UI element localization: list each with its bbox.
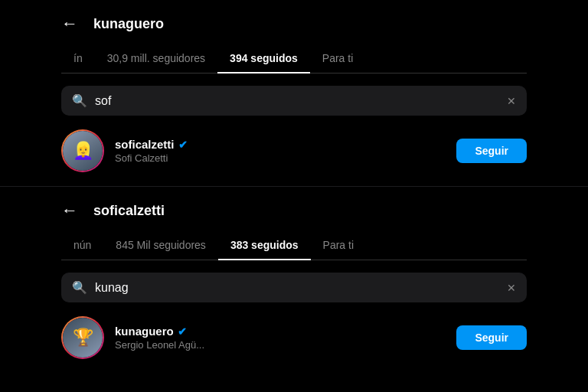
- tab-bottom-1[interactable]: 845 Mil seguidores: [103, 231, 218, 260]
- bottom-avatar-image: 🏆: [63, 318, 103, 358]
- bottom-result-handle-row: kunaguero ✔: [115, 325, 446, 338]
- top-result-handle: soficalzetti: [115, 138, 175, 151]
- tab-top-seguidos[interactable]: 394 seguidos: [217, 44, 310, 74]
- top-result-avatar[interactable]: 👱‍♀️: [61, 129, 104, 172]
- top-result-row: 👱‍♀️ soficalzetti ✔ Sofi Calzetti Seguir: [61, 129, 527, 172]
- top-search-icon: 🔍: [72, 93, 87, 108]
- top-back-button[interactable]: ←: [61, 14, 78, 34]
- top-result-info: soficalzetti ✔ Sofi Calzetti: [115, 138, 446, 164]
- top-panel: ← kunaguero ín 30,9 mill. seguidores 394…: [0, 0, 588, 186]
- bottom-search-clear[interactable]: ✕: [507, 282, 516, 294]
- top-follow-button[interactable]: Seguir: [456, 139, 527, 163]
- top-header: ← kunaguero: [61, 14, 527, 34]
- top-result-handle-row: soficalzetti ✔: [115, 138, 446, 151]
- top-result-display-name: Sofi Calzetti: [115, 152, 446, 164]
- bottom-result-handle: kunaguero: [115, 325, 174, 338]
- top-verified-badge: ✔: [178, 139, 188, 151]
- bottom-panel: ← soficalzetti nún 845 Mil seguidores 38…: [0, 187, 588, 359]
- bottom-result-info: kunaguero ✔ Sergio Leonel Agü...: [115, 325, 446, 351]
- tab-bottom-0[interactable]: nún: [61, 231, 103, 260]
- bottom-search-input[interactable]: kunag: [95, 281, 499, 295]
- bottom-result-avatar[interactable]: 🏆: [61, 316, 104, 359]
- tab-top-1[interactable]: 30,9 mill. seguidores: [95, 44, 217, 73]
- tab-bottom-seguidos[interactable]: 383 seguidos: [218, 231, 311, 260]
- bottom-verified-badge: ✔: [178, 325, 187, 338]
- bottom-result-display-name: Sergio Leonel Agü...: [115, 339, 446, 351]
- tab-top-parati[interactable]: Para ti: [310, 44, 365, 73]
- tab-bottom-parati[interactable]: Para ti: [311, 231, 366, 260]
- top-username-title: kunaguero: [93, 16, 164, 32]
- top-search-bar[interactable]: 🔍 sof ✕: [61, 86, 527, 116]
- bottom-tabs: nún 845 Mil seguidores 383 seguidos Para…: [61, 231, 527, 260]
- top-tabs: ín 30,9 mill. seguidores 394 seguidos Pa…: [61, 44, 527, 74]
- bottom-search-bar[interactable]: 🔍 kunag ✕: [61, 273, 527, 302]
- bottom-username-title: soficalzetti: [93, 203, 165, 219]
- bottom-search-icon: 🔍: [72, 280, 87, 295]
- bottom-back-button[interactable]: ←: [61, 201, 78, 220]
- bottom-header: ← soficalzetti: [61, 201, 527, 220]
- bottom-result-row: 🏆 kunaguero ✔ Sergio Leonel Agü... Segui…: [61, 316, 527, 359]
- bottom-follow-button[interactable]: Seguir: [456, 325, 527, 350]
- top-avatar-image: 👱‍♀️: [63, 131, 103, 171]
- tab-top-0[interactable]: ín: [61, 44, 95, 73]
- top-search-clear[interactable]: ✕: [507, 95, 516, 107]
- top-search-input[interactable]: sof: [95, 94, 499, 108]
